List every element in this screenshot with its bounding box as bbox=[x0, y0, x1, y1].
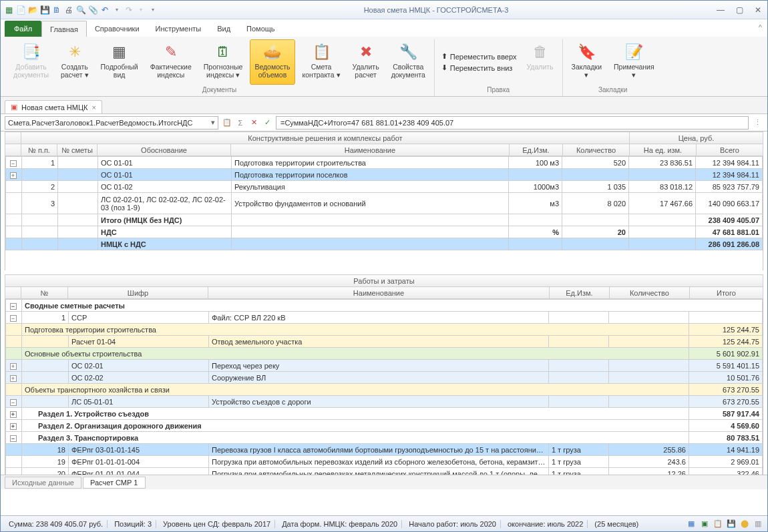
copy-icon[interactable]: 📋 bbox=[221, 117, 233, 129]
status-form-date: Дата форм. НМЦК: февраль 2020 bbox=[278, 520, 402, 528]
cancel-icon[interactable]: ✕ bbox=[248, 117, 260, 129]
top-grid[interactable]: Конструктивные решения и комплексы работ… bbox=[5, 131, 763, 156]
status-icon[interactable]: ⬤ bbox=[739, 519, 750, 529]
more-icon[interactable]: ⋮ bbox=[751, 118, 763, 127]
minimize-button[interactable]: — bbox=[714, 5, 727, 15]
delete-button: 🗑Удалить bbox=[522, 39, 558, 85]
ribbon: 📑Добавить документы ✳Создать расчет ▾ ▦П… bbox=[1, 37, 767, 97]
saveall-icon[interactable]: 🗎 bbox=[51, 5, 62, 15]
sum-icon[interactable]: Σ bbox=[234, 117, 246, 129]
bottom-tabs: Исходные данные Расчет СМР 1 bbox=[1, 475, 767, 489]
table-row[interactable]: −1ССРФайл: ССР ВЛ 220 кВ bbox=[6, 312, 763, 324]
attach-icon[interactable]: 📎 bbox=[87, 5, 98, 15]
open-icon[interactable]: 📂 bbox=[27, 5, 38, 15]
table-row[interactable]: Объекты транспортного хозяйства и связи6… bbox=[6, 384, 763, 396]
undo-icon[interactable]: ↶ bbox=[100, 5, 110, 15]
arrow-down-icon: ⬇ bbox=[441, 63, 447, 72]
maximize-button[interactable]: ▢ bbox=[733, 5, 746, 15]
print-icon[interactable]: 🖨 bbox=[63, 5, 74, 15]
preview-icon[interactable]: 🔍 bbox=[75, 5, 86, 15]
status-sum: Сумма: 238 409 405.07 руб. bbox=[5, 520, 108, 528]
status-icon[interactable]: 📋 bbox=[713, 519, 723, 529]
move-up-button: ⬆Переместить вверх bbox=[439, 51, 520, 61]
ribbon-collapse-icon[interactable]: ^ bbox=[759, 23, 762, 31]
status-months: (25 месяцев) bbox=[590, 520, 642, 528]
table-row[interactable]: +ОС 02-02Сооружение ВЛ10 501.76 bbox=[6, 372, 763, 384]
table-row[interactable]: +Раздел 1. Устройство съездов587 917.44 bbox=[6, 408, 763, 420]
doc-tabbar: ▣Новая смета НМЦК× bbox=[1, 97, 767, 114]
status-start: Начало работ: июль 2020 bbox=[405, 520, 501, 528]
status-bar: Сумма: 238 409 405.07 руб. Позиций: 3 Ур… bbox=[1, 515, 767, 531]
move-down-button: ⬇Переместить вниз bbox=[439, 63, 520, 73]
table-row[interactable]: −1ОС 01-01Подготовка территории строител… bbox=[6, 157, 763, 169]
titlebar: ▦ 📄 📂 💾 🗎 🖨 🔍 📎 ↶▾ ↷▾ ▾ Новая смета НМЦК… bbox=[1, 1, 767, 19]
status-icon[interactable]: ▦ bbox=[686, 519, 697, 529]
window-title: Новая смета НМЦК - ГОССТРОЙСМЕТА-3 bbox=[158, 6, 714, 14]
table-row[interactable]: −Раздел 3. Транспортировка80 783.51 bbox=[6, 432, 763, 444]
cell-address[interactable]: Смета.РасчетЗаголовок1.РасчетВедомость.И… bbox=[5, 116, 218, 129]
new-icon[interactable]: 📄 bbox=[15, 5, 26, 15]
save-icon[interactable]: 💾 bbox=[39, 5, 50, 15]
status-level: Уровень цен СД: февраль 2017 bbox=[159, 520, 275, 528]
status-positions: Позиций: 3 bbox=[110, 520, 156, 528]
table-row[interactable]: 20ФЕРпг 01-01-01-044Погрузка при автомоб… bbox=[6, 468, 763, 475]
doc-props-button[interactable]: 🔧Свойства документа bbox=[387, 39, 430, 85]
table-row[interactable]: +ОС 02-01Переход через реку5 591 401.15 bbox=[6, 360, 763, 372]
table-row[interactable]: 19ФЕРпг 01-01-01-004Погрузка при автомоб… bbox=[6, 456, 763, 468]
table-row[interactable]: Основные объекты строительства5 601 902.… bbox=[6, 348, 763, 360]
formula-bar: Смета.РасчетЗаголовок1.РасчетВедомость.И… bbox=[1, 114, 767, 131]
quick-access-toolbar: ▦ 📄 📂 💾 🗎 🖨 🔍 📎 ↶▾ ↷▾ ▾ bbox=[3, 5, 158, 15]
table-row[interactable]: Подготовка территории строительства125 2… bbox=[6, 324, 763, 336]
file-tab[interactable]: Файл bbox=[5, 21, 41, 37]
volume-list-button[interactable]: 🥧Ведомость объемов bbox=[250, 39, 295, 85]
tab-help[interactable]: Помощь bbox=[238, 21, 283, 37]
fact-indexes-button[interactable]: ✎Фактические индексы bbox=[146, 39, 196, 85]
close-tab-icon[interactable]: × bbox=[91, 103, 95, 111]
status-icon[interactable]: ▣ bbox=[699, 519, 710, 529]
table-row[interactable]: 2ОС 01-02Рекультивация1000м31 03583 018.… bbox=[6, 181, 763, 193]
arrow-up-icon: ⬆ bbox=[441, 52, 447, 61]
table-row[interactable]: Расчет 01-04Отвод земельного участка125 … bbox=[6, 336, 763, 348]
table-row[interactable]: Итого (НМЦК без НДС)238 409 405.07 bbox=[6, 214, 763, 226]
ribbon-group-label: Документы bbox=[202, 85, 237, 96]
redo-icon[interactable]: ↷ bbox=[124, 5, 134, 15]
menu-bar: Файл Главная Справочники Инструменты Вид… bbox=[1, 19, 767, 37]
tab-view[interactable]: Вид bbox=[209, 21, 238, 37]
table-row[interactable]: +ОС 01-01Подготовка территории поселков1… bbox=[6, 169, 763, 181]
accept-icon[interactable]: ✓ bbox=[261, 117, 273, 129]
detail-view-button[interactable]: ▦Подробный вид bbox=[96, 39, 143, 85]
tab-calc-smr[interactable]: Расчет СМР 1 bbox=[83, 477, 146, 489]
table-row[interactable]: НДС%2047 681 881.01 bbox=[6, 226, 763, 238]
tab-source-data[interactable]: Исходные данные bbox=[5, 477, 81, 489]
status-end: окончание: июль 2022 bbox=[504, 520, 588, 528]
tab-ref[interactable]: Справочники bbox=[87, 21, 148, 37]
create-calc-button[interactable]: ✳Создать расчет ▾ bbox=[56, 39, 93, 85]
ribbon-group-label: Правка bbox=[487, 85, 510, 96]
bookmarks-button[interactable]: 🔖Закладки ▾ bbox=[567, 39, 606, 85]
prog-indexes-button[interactable]: 🗓Прогнозные индексы ▾ bbox=[199, 39, 248, 85]
status-icon[interactable]: 💾 bbox=[726, 519, 737, 529]
ribbon-group-label: Закладки bbox=[598, 85, 627, 96]
formula-input[interactable]: =СуммаНДС+Итого=47 681 881.01+238 409 40… bbox=[276, 116, 749, 129]
table-row[interactable]: −Сводные сметные расчеты bbox=[6, 300, 763, 312]
notes-button[interactable]: 📝Примечания ▾ bbox=[609, 39, 659, 85]
delete-calc-button[interactable]: ✖Удалить расчет bbox=[348, 39, 384, 85]
add-documents-button[interactable]: 📑Добавить документы bbox=[9, 39, 53, 85]
table-row[interactable]: −ЛС 05-01-01Устройство съездов с дороги6… bbox=[6, 396, 763, 408]
table-row[interactable]: 18ФЕРпг 03-01-01-145Перевозка грузов I к… bbox=[6, 444, 763, 456]
table-row[interactable]: НМЦК с НДС286 091 286.08 bbox=[6, 238, 763, 250]
tab-main[interactable]: Главная bbox=[41, 21, 87, 37]
mid-grid[interactable]: Работы и затраты №ШифрНаименованиеЕд.Изм… bbox=[5, 274, 763, 299]
status-icon[interactable]: ▥ bbox=[753, 519, 763, 529]
contract-button[interactable]: 📋Смета контракта ▾ bbox=[298, 39, 345, 85]
app-icon: ▦ bbox=[3, 5, 14, 15]
doc-tab[interactable]: ▣Новая смета НМЦК× bbox=[5, 100, 102, 113]
close-button[interactable]: ✕ bbox=[751, 5, 765, 15]
tab-tools[interactable]: Инструменты bbox=[148, 21, 210, 37]
table-row[interactable]: +Раздел 2. Организация дорожного движени… bbox=[6, 420, 763, 432]
table-row[interactable]: 3ЛС 02-02-01, ЛС 02-02-02, ЛС 02-02-03 (… bbox=[6, 193, 763, 214]
